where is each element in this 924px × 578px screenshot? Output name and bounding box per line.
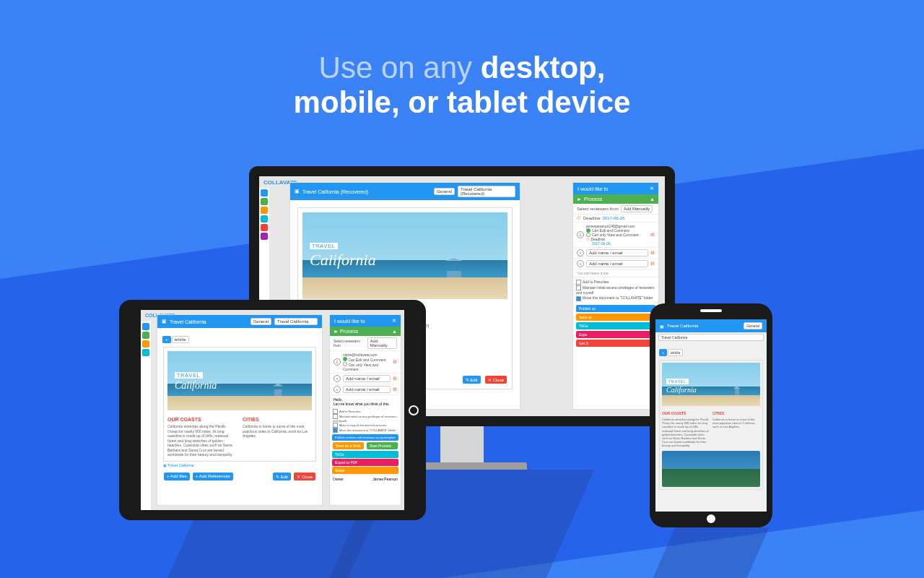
phone-screen: ▣Travel CaliforniaGeneral Travel Califor…	[655, 319, 767, 512]
export-btn[interactable]: Expo	[576, 331, 655, 338]
app-icon: ▣	[295, 189, 300, 194]
add-files-btn[interactable]: + Add files	[164, 473, 190, 480]
home-button[interactable]	[409, 405, 419, 415]
device-stage: COLLAVATE ▣ Travel California (Recovered…	[0, 144, 924, 578]
document-window: ▣Travel California General Travel Califo…	[157, 314, 323, 506]
add-refs-btn[interactable]: + Add References	[193, 473, 233, 480]
tablet-device: COLLAVATE ▣Travel California General Tra…	[119, 300, 426, 520]
close-btn[interactable]: ✕ Close	[294, 473, 315, 480]
save-as-btn[interactable]: Save as	[576, 314, 655, 321]
close-icon[interactable]: ✕	[650, 186, 654, 191]
edit-btn[interactable]: ✎ Edit	[273, 473, 291, 480]
close-button[interactable]: ✕ Close	[485, 376, 507, 384]
hero-image: TRAVEL California	[167, 351, 312, 410]
get-s-btn[interactable]: Get S	[576, 340, 655, 347]
add-reviewer-row[interactable]: +Add name / email⊖	[573, 259, 658, 269]
title-field[interactable]: Travel California (Recovered)	[458, 186, 515, 197]
add-manually-select[interactable]: Add Manually	[621, 205, 653, 212]
tags-btn[interactable]: TAGs	[576, 322, 655, 329]
process-header[interactable]: ►Process▲	[573, 194, 658, 204]
phone-device: ▣Travel CaliforniaGeneral Travel Califor…	[650, 303, 772, 527]
shadow	[653, 527, 769, 578]
panel-titlebar: I would like to✕	[573, 183, 658, 194]
process-panel: I would like to✕ ► Process▲ Select revie…	[329, 314, 401, 506]
publish-btn[interactable]: Publish co	[576, 305, 655, 312]
edit-button[interactable]: ✎ Edit	[463, 376, 481, 384]
hero-image: TRAVEL California	[302, 212, 507, 299]
category-select[interactable]: General	[434, 188, 455, 195]
tablet-screen: COLLAVATE ▣Travel California General Tra…	[141, 310, 404, 510]
page-headline: Use on any desktop, mobile, or tablet de…	[0, 51, 924, 120]
doc-titlebar: ▣ Travel California (Recovered) General …	[290, 183, 520, 200]
shadow	[167, 520, 374, 578]
secondary-image	[662, 451, 760, 487]
hero-image: TRAVEL California	[662, 363, 760, 406]
process-panel: I would like to✕ ►Process▲ Select review…	[572, 182, 659, 410]
remove-reviewer-icon[interactable]: ⊖	[650, 232, 655, 238]
add-reviewer-row[interactable]: +Add name / email⊖	[573, 248, 658, 259]
